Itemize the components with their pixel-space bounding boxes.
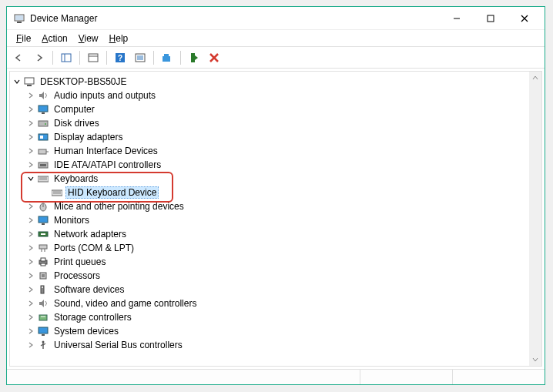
scroll-down-arrow[interactable] [529,353,541,366]
tree-item-mice[interactable]: Mice and other pointing devices [25,199,540,213]
chevron-right-icon[interactable] [25,90,36,101]
window-title: Device Manager [30,13,440,24]
chevron-right-icon[interactable] [25,159,36,170]
svg-rect-44 [39,245,47,249]
svg-rect-56 [39,327,48,333]
properties-button[interactable] [84,49,102,66]
tree-label-selected[interactable]: HID Keyboard Device [65,186,159,199]
chevron-right-icon[interactable] [25,256,36,267]
tree-label[interactable]: Monitors [52,214,92,226]
toolbar-separator [106,51,107,65]
svg-rect-23 [42,112,45,114]
window-controls [440,8,541,29]
chevron-right-icon[interactable] [25,312,36,323]
chevron-down-icon[interactable] [12,76,22,87]
tree-item-ide[interactable]: IDE ATA/ATAPI controllers [25,158,540,172]
usb-icon [37,339,49,351]
chevron-right-icon[interactable] [25,201,36,212]
forward-button[interactable] [30,49,49,66]
tree-item-hid[interactable]: Human Interface Devices [25,144,540,158]
tree-item-storage[interactable]: Storage controllers [25,310,540,324]
menu-view[interactable]: View [74,32,103,45]
tree-label[interactable]: Display adapters [52,131,125,143]
chevron-right-icon[interactable] [25,298,36,309]
tree-label[interactable]: Human Interface Devices [52,145,160,157]
maximize-button[interactable] [474,8,508,29]
svg-rect-21 [27,85,32,86]
tree-label[interactable]: Processors [52,270,102,282]
tree-label[interactable]: IDE ATA/ATAPI controllers [52,159,163,171]
svg-rect-27 [40,136,43,139]
chevron-down-icon[interactable] [25,173,36,184]
chevron-right-icon[interactable] [25,270,36,281]
tree-label[interactable]: Storage controllers [52,311,134,323]
close-button[interactable] [508,8,541,29]
tree-label[interactable]: System devices [52,325,121,337]
scroll-up-arrow[interactable] [529,72,541,84]
tree-item-system[interactable]: System devices [25,324,540,338]
chevron-right-icon[interactable] [25,215,36,226]
menu-help[interactable]: Help [105,32,133,45]
monitor-icon [37,214,49,226]
tree-root[interactable]: DESKTOP-BBS50JE [12,75,540,89]
chevron-right-icon[interactable] [25,326,36,337]
svg-rect-2 [15,15,23,20]
svg-point-53 [42,286,43,288]
tree-item-processors[interactable]: Processors [25,269,540,283]
svg-rect-14 [137,55,143,60]
tree-label[interactable]: Print queues [52,256,108,268]
tree-item-display[interactable]: Display adapters [25,130,540,144]
tree-label[interactable]: Ports (COM & LPT) [52,242,136,254]
tree-label[interactable]: Keyboards [52,173,100,185]
chevron-right-icon[interactable] [25,104,36,115]
tree-label[interactable]: Network adapters [52,228,129,240]
tree-label[interactable]: Universal Serial Bus controllers [52,339,185,351]
scan-button[interactable] [131,49,149,66]
tree-item-usb[interactable]: Universal Serial Bus controllers [25,338,540,352]
tree-label[interactable]: Mice and other pointing devices [52,200,186,213]
uninstall-device-button[interactable] [205,49,223,66]
tree-item-keyboards[interactable]: Keyboards [25,172,540,186]
menu-action[interactable]: Action [37,32,72,45]
tree-item-monitors[interactable]: Monitors [25,213,540,227]
chevron-right-icon[interactable] [25,284,36,295]
tree-item-audio[interactable]: Audio inputs and outputs [25,89,540,102]
tree-label[interactable]: Disk drives [52,117,102,129]
device-manager-window: Device Manager File Action View Help [6,6,545,385]
tree-item-software[interactable]: Software devices [25,283,540,297]
chevron-right-icon[interactable] [25,118,36,129]
vertical-scrollbar[interactable] [529,72,541,366]
software-icon [37,283,49,296]
chevron-right-icon[interactable] [25,243,36,253]
chevron-right-icon[interactable] [25,146,36,156]
tree-label[interactable]: Computer [52,103,97,116]
svg-rect-51 [42,274,45,277]
tree-item-print[interactable]: Print queues [25,255,540,269]
minimize-button[interactable] [440,8,474,29]
tree-item-hid-keyboard[interactable]: HID Keyboard Device [39,186,540,199]
svg-rect-16 [164,54,169,57]
tree-item-sound[interactable]: Sound, video and game controllers [25,297,540,310]
help-button[interactable]: ? [111,49,129,66]
tree-item-disk[interactable]: Disk drives [25,116,540,130]
enable-device-button[interactable] [185,49,203,66]
scroll-track[interactable] [529,84,541,353]
back-button[interactable] [10,49,28,66]
menu-file[interactable]: File [12,32,35,45]
tree-label[interactable]: DESKTOP-BBS50JE [38,75,129,88]
tree-item-network[interactable]: Network adapters [25,227,540,241]
tree-label[interactable]: Audio inputs and outputs [52,89,158,102]
mouse-icon [37,200,49,213]
device-tree[interactable]: DESKTOP-BBS50JE Audio inputs and outputs… [9,71,542,367]
chevron-right-icon[interactable] [25,229,36,240]
ide-icon [37,159,49,171]
chevron-right-icon[interactable] [25,132,36,142]
tree-label[interactable]: Software devices [52,283,126,296]
statusbar [7,369,545,384]
tree-label[interactable]: Sound, video and game controllers [52,297,199,310]
chevron-right-icon[interactable] [25,340,36,350]
tree-item-computer[interactable]: Computer [25,102,540,116]
tree-item-ports[interactable]: Ports (COM & LPT) [25,241,540,255]
update-driver-button[interactable] [158,49,176,66]
show-hide-tree-button[interactable] [57,49,75,66]
